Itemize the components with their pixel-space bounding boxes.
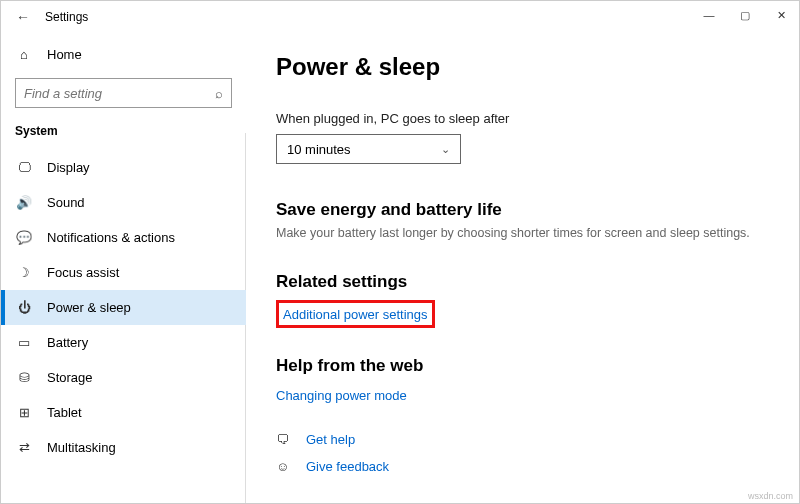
sound-icon: 🔊	[15, 195, 33, 210]
nav-label: Power & sleep	[47, 300, 131, 315]
nav-label: Storage	[47, 370, 93, 385]
energy-heading: Save energy and battery life	[276, 200, 769, 220]
energy-desc: Make your battery last longer by choosin…	[276, 226, 769, 240]
get-help-link[interactable]: 🗨 Get help	[276, 432, 769, 447]
nav-label: Battery	[47, 335, 88, 350]
webhelp-heading: Help from the web	[276, 356, 769, 376]
main-content: Power & sleep When plugged in, PC goes t…	[246, 33, 799, 503]
search-box[interactable]: ⌕	[15, 78, 232, 108]
highlight-annotation: Additional power settings	[276, 300, 435, 328]
nav-notifications[interactable]: 💬Notifications & actions	[1, 220, 246, 255]
nav-label: Tablet	[47, 405, 82, 420]
nav-label: Focus assist	[47, 265, 119, 280]
sleep-value: 10 minutes	[287, 142, 351, 157]
nav-label: Notifications & actions	[47, 230, 175, 245]
feedback-label: Give feedback	[306, 459, 389, 474]
battery-icon: ▭	[15, 335, 33, 350]
additional-power-link[interactable]: Additional power settings	[283, 307, 428, 322]
multitasking-icon: ⇄	[15, 440, 33, 455]
nav-battery[interactable]: ▭Battery	[1, 325, 246, 360]
close-button[interactable]: ✕	[763, 1, 799, 29]
nav-multitasking[interactable]: ⇄Multitasking	[1, 430, 246, 465]
sleep-dropdown[interactable]: 10 minutes ⌄	[276, 134, 461, 164]
category-label: System	[1, 120, 246, 150]
home-label: Home	[47, 47, 82, 62]
sleep-label: When plugged in, PC goes to sleep after	[276, 111, 769, 126]
storage-icon: ⛁	[15, 370, 33, 385]
back-button[interactable]: ←	[11, 9, 35, 25]
nav-display[interactable]: 🖵Display	[1, 150, 246, 185]
feedback-icon: ☺	[276, 459, 296, 474]
home-icon: ⌂	[15, 47, 33, 62]
changing-power-mode-link[interactable]: Changing power mode	[276, 388, 407, 403]
notifications-icon: 💬	[15, 230, 33, 245]
give-feedback-link[interactable]: ☺ Give feedback	[276, 459, 769, 474]
home-nav[interactable]: ⌂ Home	[1, 39, 246, 70]
watermark: wsxdn.com	[748, 491, 793, 501]
power-icon: ⏻	[15, 300, 33, 315]
nav-label: Sound	[47, 195, 85, 210]
search-icon: ⌕	[215, 86, 223, 101]
window-title: Settings	[45, 10, 88, 24]
nav-power-sleep[interactable]: ⏻Power & sleep	[1, 290, 246, 325]
display-icon: 🖵	[15, 160, 33, 175]
tablet-icon: ⊞	[15, 405, 33, 420]
nav-storage[interactable]: ⛁Storage	[1, 360, 246, 395]
page-title: Power & sleep	[276, 53, 769, 81]
sidebar: ⌂ Home ⌕ System 🖵Display 🔊Sound 💬Notific…	[1, 33, 246, 503]
get-help-label: Get help	[306, 432, 355, 447]
nav-sound[interactable]: 🔊Sound	[1, 185, 246, 220]
nav-focus-assist[interactable]: ☽Focus assist	[1, 255, 246, 290]
nav-label: Display	[47, 160, 90, 175]
search-input[interactable]	[24, 86, 215, 101]
chevron-down-icon: ⌄	[441, 143, 450, 156]
related-heading: Related settings	[276, 272, 769, 292]
nav-label: Multitasking	[47, 440, 116, 455]
minimize-button[interactable]: —	[691, 1, 727, 29]
nav-tablet[interactable]: ⊞Tablet	[1, 395, 246, 430]
nav-list: 🖵Display 🔊Sound 💬Notifications & actions…	[1, 150, 246, 465]
maximize-button[interactable]: ▢	[727, 1, 763, 29]
help-icon: 🗨	[276, 432, 296, 447]
focus-icon: ☽	[15, 265, 33, 280]
